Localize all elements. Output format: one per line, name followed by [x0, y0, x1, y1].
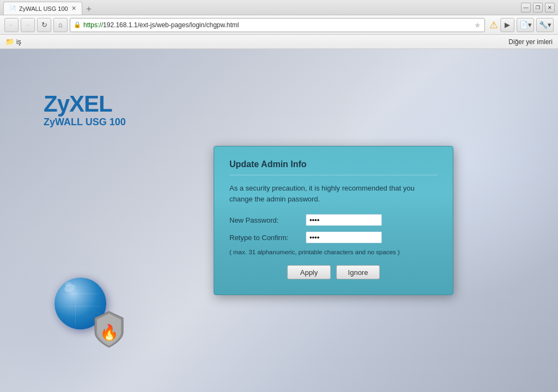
- address-bar[interactable]: 🔒 https://192.168.1.1/ext-js/web-pages/l…: [70, 18, 485, 32]
- svg-text:🔥: 🔥: [100, 323, 119, 341]
- page-menu-button[interactable]: 📄▾: [517, 18, 534, 32]
- update-admin-dialog: Update Admin Info As a security precauti…: [214, 146, 453, 295]
- zyxel-logo: ZyXEL: [44, 93, 126, 115]
- tab-title: ZyWALL USG 100: [19, 5, 68, 12]
- bookmarks-bar: 📁 iş Diğer yer imleri: [0, 35, 558, 49]
- tab-close-button[interactable]: ✕: [71, 5, 76, 12]
- new-password-input[interactable]: [306, 214, 382, 226]
- maximize-button[interactable]: ❐: [533, 3, 543, 13]
- record-button[interactable]: ▶: [500, 18, 514, 32]
- window-controls: — ❐ ✕: [521, 3, 555, 13]
- new-password-row: New Password:: [229, 214, 438, 226]
- minimize-button[interactable]: —: [521, 3, 531, 13]
- back-button[interactable]: ←: [4, 18, 19, 32]
- new-password-label: New Password:: [229, 216, 306, 224]
- nav-right-controls: ⚠ ▶ 📄▾ 🔧▾: [489, 18, 554, 32]
- bookmark-folder-icon: 📁: [5, 38, 14, 46]
- refresh-button[interactable]: ↻: [37, 18, 51, 32]
- alert-icon: ⚠: [489, 19, 498, 31]
- forward-button[interactable]: →: [21, 18, 35, 32]
- url-rest: 192.168.1.1/ext-js/web-pages/login/chgpw…: [103, 21, 239, 29]
- ignore-button[interactable]: Ignore: [336, 265, 380, 279]
- tab-bar: 📄 ZyWALL USG 100 ✕ ＋: [3, 0, 517, 15]
- https-part: https://: [83, 21, 103, 29]
- other-bookmarks[interactable]: Diğer yer imleri: [508, 38, 553, 46]
- close-button[interactable]: ✕: [545, 3, 555, 13]
- globe-shield-area: 🔥: [54, 278, 125, 348]
- bookmark-label: iş: [16, 38, 21, 46]
- active-tab[interactable]: 📄 ZyWALL USG 100 ✕: [3, 2, 82, 15]
- retype-confirm-row: Retype to Confirm:: [229, 231, 438, 243]
- tab-favicon: 📄: [9, 5, 16, 11]
- home-button[interactable]: ⌂: [53, 18, 68, 32]
- dialog-wrap: Update Admin Info As a security precauti…: [214, 146, 453, 295]
- apply-button[interactable]: Apply: [287, 265, 331, 279]
- dialog-buttons: Apply Ignore: [229, 265, 438, 279]
- retype-confirm-label: Retype to Confirm:: [229, 234, 306, 242]
- title-bar: 📄 ZyWALL USG 100 ✕ ＋ — ❐ ✕: [0, 0, 558, 15]
- page-content: ZyXEL ZyWALL USG 100 🔥: [0, 49, 558, 392]
- bookmark-is[interactable]: 📁 iş: [5, 38, 21, 46]
- browser-chrome: 📄 ZyWALL USG 100 ✕ ＋ — ❐ ✕ ← → ↻ ⌂ 🔒 htt…: [0, 0, 558, 49]
- bookmark-star-icon[interactable]: ★: [474, 21, 481, 29]
- branding-area: ZyXEL ZyWALL USG 100: [44, 93, 126, 128]
- shield-icon: 🔥: [93, 310, 125, 348]
- dialog-description: As a security precaution, it is highly r…: [229, 183, 438, 204]
- password-hint: ( max. 31 alphanumeric, printable charac…: [229, 249, 438, 255]
- ssl-lock-icon: 🔒: [74, 21, 81, 28]
- settings-button[interactable]: 🔧▾: [536, 18, 554, 32]
- product-name: ZyWALL USG 100: [44, 117, 126, 128]
- retype-confirm-input[interactable]: [306, 231, 382, 243]
- navigation-bar: ← → ↻ ⌂ 🔒 https://192.168.1.1/ext-js/web…: [0, 15, 558, 35]
- address-url: https://192.168.1.1/ext-js/web-pages/log…: [83, 21, 472, 29]
- new-tab-button[interactable]: ＋: [84, 3, 93, 15]
- dialog-title: Update Admin Info: [229, 160, 438, 175]
